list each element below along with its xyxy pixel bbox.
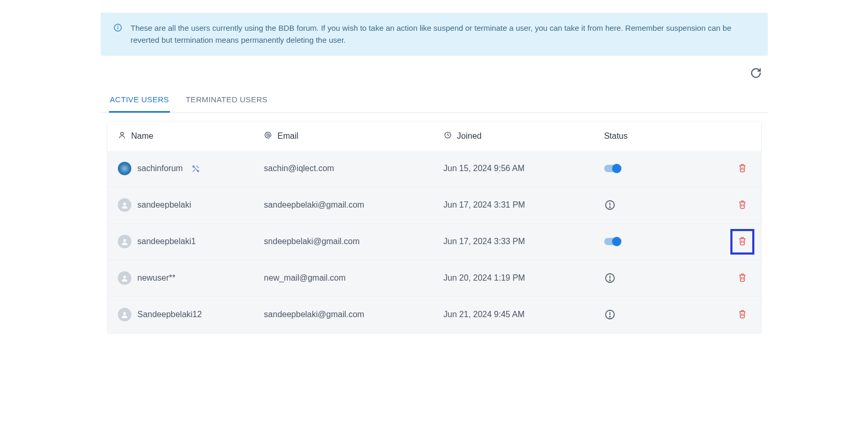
table-header: Name Email Joined Status: [107, 122, 761, 151]
user-joined: Jun 17, 2024 3:33 PM: [444, 237, 604, 246]
table-row: sandeepbelakisandeepbelaki@gmail.comJun …: [107, 187, 761, 223]
alert-icon[interactable]: [604, 272, 616, 284]
user-name: sandeepbelaki: [138, 200, 191, 210]
user-email: sachin@iqlect.com: [264, 164, 443, 173]
svg-point-16: [123, 239, 126, 242]
avatar: [118, 271, 131, 285]
user-icon: [118, 131, 126, 141]
trash-icon: [738, 203, 747, 211]
svg-point-4: [267, 134, 270, 136]
delete-button[interactable]: [735, 197, 750, 214]
svg-point-22: [609, 280, 610, 280]
user-name: sachinforum: [138, 164, 183, 173]
col-email: Email: [277, 131, 298, 141]
user-name: newuser**: [138, 273, 176, 283]
user-name: Sandeepbelaki12: [138, 310, 202, 319]
tabs: ACTIVE USERS TERMINATED USERS: [101, 89, 768, 113]
alert-icon[interactable]: [604, 309, 616, 320]
info-alert: These are all the users currently using …: [101, 13, 768, 56]
col-name: Name: [131, 131, 154, 141]
trash-icon: [738, 166, 747, 174]
table-row: Sandeepbelaki12sandeepbelaki@gmail.comJu…: [107, 296, 761, 333]
user-joined: Jun 20, 2024 1:19 PM: [444, 273, 604, 283]
tools-icon: [191, 164, 200, 173]
user-email: sandeepbelaki@gmail.com: [264, 310, 443, 319]
svg-point-13: [609, 207, 610, 207]
user-email: new_mail@gmail.com: [264, 273, 443, 283]
delete-button[interactable]: [735, 306, 750, 323]
refresh-icon: [750, 73, 762, 80]
delete-button[interactable]: [735, 160, 750, 177]
tab-terminated-users[interactable]: TERMINATED USERS: [185, 89, 268, 113]
col-status: Status: [604, 131, 628, 141]
avatar: [118, 162, 131, 175]
delete-button[interactable]: [735, 233, 750, 250]
table-row: newuser**new_mail@gmail.comJun 20, 2024 …: [107, 260, 761, 296]
svg-point-3: [120, 132, 123, 135]
trash-icon: [738, 312, 747, 320]
trash-icon: [738, 276, 747, 284]
at-icon: [264, 131, 272, 141]
status-toggle[interactable]: [604, 165, 620, 172]
svg-point-19: [123, 275, 126, 278]
avatar: [118, 308, 131, 321]
refresh-button[interactable]: [748, 65, 764, 82]
user-joined: Jun 17, 2024 3:31 PM: [444, 200, 604, 210]
user-email: sndeepbelaki@gmail.com: [264, 237, 443, 246]
svg-point-25: [123, 312, 126, 315]
table-row: sachinforumsachin@iqlect.comJun 15, 2024…: [107, 151, 761, 187]
clock-icon: [444, 131, 452, 141]
avatar: [118, 235, 131, 248]
status-toggle[interactable]: [604, 238, 620, 245]
svg-point-28: [609, 316, 610, 317]
info-icon: [113, 22, 123, 35]
tab-active-users[interactable]: ACTIVE USERS: [109, 89, 170, 113]
col-joined: Joined: [457, 131, 482, 141]
user-joined: Jun 21, 2024 9:45 AM: [444, 310, 604, 319]
table-row: sandeepbelaki1sndeepbelaki@gmail.comJun …: [107, 223, 761, 260]
user-email: sandeepbelaki@gmail.com: [264, 200, 443, 210]
user-name: sandeepbelaki1: [138, 237, 196, 246]
svg-point-2: [117, 26, 118, 27]
user-joined: Jun 15, 2024 9:56 AM: [444, 164, 604, 173]
users-table: Name Email Joined Status sachinforumsach…: [107, 121, 762, 333]
alert-icon[interactable]: [604, 199, 616, 211]
svg-point-10: [123, 202, 126, 205]
avatar: [118, 198, 131, 212]
alert-text: These are all the users currently using …: [131, 22, 755, 46]
delete-button[interactable]: [735, 270, 750, 287]
trash-icon: [738, 239, 747, 247]
